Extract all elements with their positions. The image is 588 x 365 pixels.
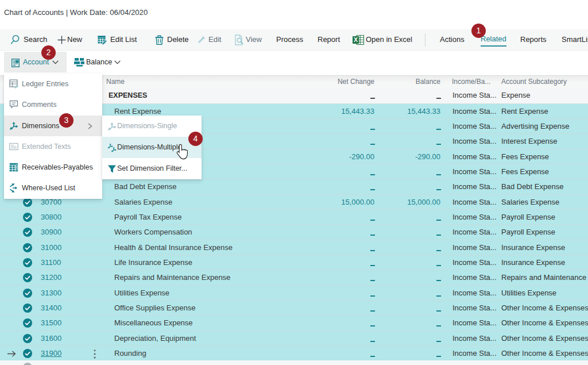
svg-text:X: X (354, 36, 358, 43)
